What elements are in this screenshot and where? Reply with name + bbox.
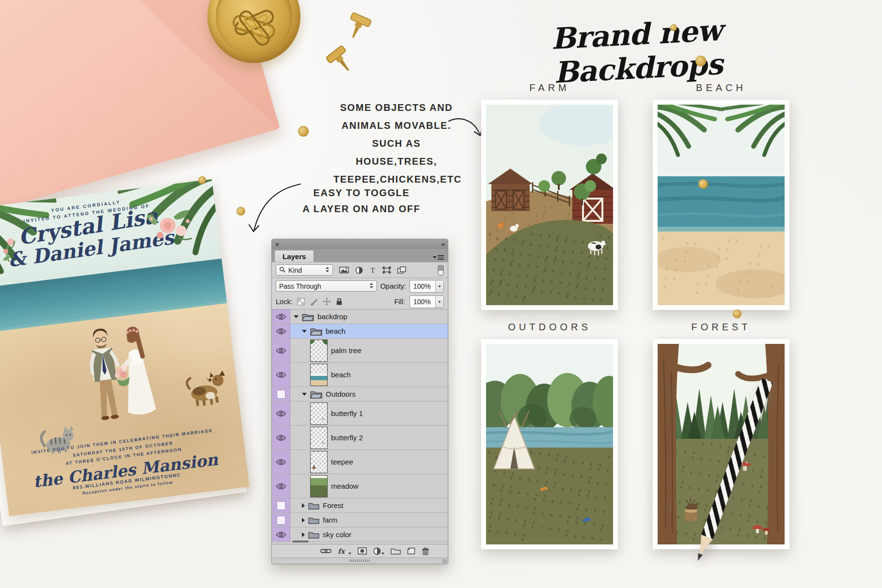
- visibility-toggle[interactable]: [272, 426, 290, 449]
- arrow-to-layers-panel: [238, 180, 306, 239]
- panel-bottom-toolbar: fx: [272, 544, 448, 557]
- layer-thumbnail[interactable]: [310, 427, 328, 449]
- adjustment-layer-filter-icon[interactable]: [355, 266, 363, 274]
- visibility-checkbox-empty[interactable]: [277, 501, 285, 510]
- visibility-toggle[interactable]: [272, 450, 290, 474]
- lock-row: Lock: Fill: 100% ▾: [272, 294, 448, 309]
- folder-icon: [308, 531, 319, 539]
- visibility-checkbox-empty[interactable]: [277, 390, 285, 399]
- visibility-toggle[interactable]: [272, 309, 290, 324]
- shape-layer-filter-icon[interactable]: [382, 266, 391, 274]
- lock-transparent-icon[interactable]: [297, 298, 305, 306]
- visibility-toggle[interactable]: [272, 324, 290, 338]
- farm-backdrop-art: [486, 105, 613, 305]
- fill-dropdown-icon[interactable]: ▾: [436, 296, 443, 308]
- search-icon: [279, 266, 285, 274]
- layer-name: butterfly 1: [331, 409, 363, 418]
- lock-position-icon[interactable]: [323, 297, 331, 306]
- expand-group-icon[interactable]: [302, 532, 305, 537]
- visibility-toggle[interactable]: [272, 387, 290, 401]
- layer-thumbnail[interactable]: [310, 451, 328, 473]
- visibility-toggle[interactable]: [272, 513, 290, 527]
- filter-kind-value: Kind: [288, 266, 302, 274]
- layer-row-forest[interactable]: Forest: [272, 498, 448, 513]
- fill-input[interactable]: 100% ▾: [410, 295, 444, 308]
- collapse-group-icon[interactable]: [302, 393, 307, 396]
- layer-row-teepee[interactable]: teepee: [272, 450, 448, 474]
- expand-group-icon[interactable]: [302, 503, 305, 508]
- lock-all-icon[interactable]: [336, 297, 343, 306]
- layer-thumbnail[interactable]: [310, 402, 328, 425]
- link-layers-button[interactable]: [320, 548, 331, 554]
- fill-label: Fill:: [394, 298, 405, 306]
- layer-name: beach: [331, 371, 351, 379]
- visibility-toggle[interactable]: [272, 527, 290, 542]
- folder-icon: [310, 327, 322, 336]
- filter-toggle-icon[interactable]: [438, 265, 444, 276]
- layer-row-meadow[interactable]: meadow: [272, 474, 448, 498]
- delete-layer-button[interactable]: [422, 547, 429, 555]
- folder-icon: [310, 390, 322, 399]
- layer-thumbnail[interactable]: [310, 340, 328, 362]
- opacity-input[interactable]: 100% ▾: [410, 280, 444, 293]
- blend-mode-value: Pass Through: [279, 282, 321, 290]
- layer-thumbnail[interactable]: [310, 475, 328, 497]
- horizontal-scrollbar[interactable]: [292, 541, 309, 542]
- layer-name: meadow: [331, 482, 359, 490]
- backdrop-label-beach: BEACH: [653, 82, 789, 93]
- layer-name: Outdoors: [326, 390, 356, 398]
- smart-object-filter-icon[interactable]: [397, 266, 406, 274]
- layer-mask-button[interactable]: [358, 547, 367, 555]
- close-icon[interactable]: ×: [275, 241, 279, 248]
- backdrop-label-forest: FOREST: [653, 322, 789, 333]
- panel-tab-bar: Layers: [272, 249, 448, 262]
- backdrop-card-beach: [653, 100, 789, 310]
- new-group-button[interactable]: [391, 547, 401, 555]
- annotation-line: SOME OBJECTS AND: [333, 99, 459, 117]
- collapse-group-icon[interactable]: [294, 315, 299, 318]
- layer-thumbnail[interactable]: [310, 364, 328, 386]
- layer-row-butterfly-1[interactable]: butterfly 1: [272, 402, 448, 426]
- layer-row-palm-tree[interactable]: palm tree: [272, 339, 448, 363]
- layer-row-beach[interactable]: beach: [272, 363, 448, 387]
- lock-label: Lock:: [276, 298, 293, 306]
- layer-name: backdrop: [317, 312, 347, 321]
- layer-row-backdrop[interactable]: backdrop: [272, 309, 448, 324]
- visibility-checkbox-empty[interactable]: [277, 516, 285, 525]
- visibility-toggle[interactable]: [272, 363, 290, 387]
- layer-styles-button[interactable]: fx: [338, 547, 351, 555]
- annotation-line: EASY TO TOGGLE: [297, 185, 426, 201]
- visibility-toggle[interactable]: [272, 474, 290, 498]
- filter-kind-select[interactable]: Kind: [276, 264, 333, 276]
- fill-value: 100%: [410, 298, 435, 306]
- visibility-toggle[interactable]: [272, 339, 290, 362]
- type-layer-filter-icon[interactable]: T: [369, 266, 376, 274]
- layer-row-farm[interactable]: farm: [272, 513, 448, 527]
- adjustment-layer-button[interactable]: [373, 547, 384, 555]
- lock-pixels-icon[interactable]: [310, 298, 318, 306]
- gold-confetti-dot: [670, 24, 677, 31]
- panel-resize-grip[interactable]: [272, 557, 448, 564]
- visibility-toggle[interactable]: [272, 498, 290, 512]
- collapse-group-icon[interactable]: [302, 330, 307, 333]
- layer-row-butterfly-2[interactable]: butterfly 2: [272, 426, 448, 450]
- blend-mode-row: Pass Through Opacity: 100% ▾: [272, 278, 448, 294]
- folder-icon: [308, 502, 319, 510]
- panel-menu-icon[interactable]: [433, 255, 444, 262]
- pixel-layer-filter-icon[interactable]: [339, 266, 349, 274]
- layer-row-outdoors[interactable]: Outdoors: [272, 387, 448, 402]
- layer-row-sky-color[interactable]: sky color: [272, 527, 448, 542]
- collapse-panel-icon[interactable]: ««: [441, 242, 444, 247]
- tab-layers[interactable]: Layers: [274, 250, 314, 262]
- layer-name: teepee: [331, 458, 353, 466]
- promo-scene: YOU ARE CORDIALLY INVITED TO ATTEND THE …: [0, 0, 882, 588]
- layer-row-beach[interactable]: beach: [272, 324, 448, 339]
- folder-icon: [302, 312, 314, 321]
- blend-mode-select[interactable]: Pass Through: [276, 280, 377, 292]
- layer-name: Forest: [323, 501, 344, 510]
- new-layer-button[interactable]: [407, 547, 415, 555]
- opacity-dropdown-icon[interactable]: ▾: [436, 280, 443, 292]
- svg-text:T: T: [370, 266, 375, 274]
- expand-group-icon[interactable]: [302, 518, 305, 523]
- visibility-toggle[interactable]: [272, 402, 290, 425]
